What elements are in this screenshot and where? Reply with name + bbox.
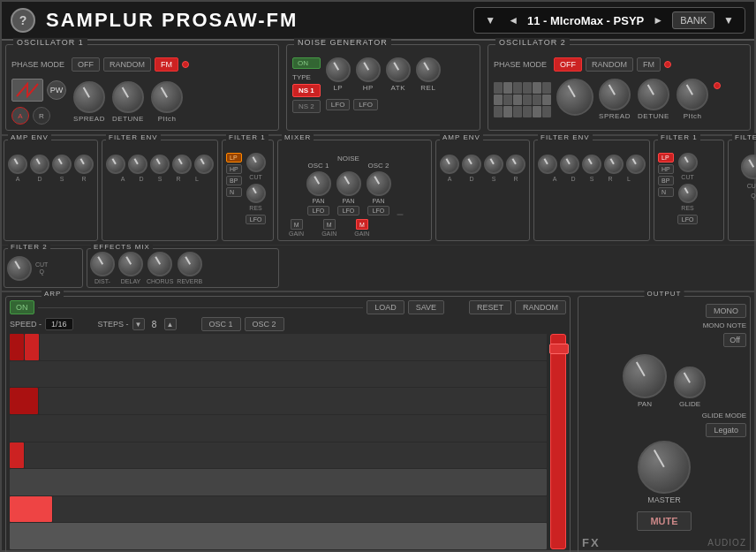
arp-osc2-btn[interactable]: OSC 2 [245, 317, 284, 331]
fenv2-r-knob[interactable] [604, 155, 624, 174]
arp-cell-4-empty[interactable] [25, 442, 547, 469]
osc1-pitch-knob[interactable] [151, 81, 183, 113]
amp2-s-knob[interactable] [484, 155, 503, 174]
fenv-r-knob[interactable] [172, 155, 192, 174]
fx-dist-knob[interactable] [90, 252, 115, 276]
mixer-osc2-m-btn[interactable]: M [356, 219, 368, 230]
osc2-fm-btn[interactable]: FM [637, 57, 661, 72]
noise-lfo1-btn[interactable]: LFO [326, 99, 351, 110]
fenv2-a-knob[interactable] [538, 155, 557, 174]
arp-random-btn[interactable]: RANDOM [515, 300, 566, 314]
amp-s-knob[interactable] [52, 155, 72, 174]
fenv-s-knob[interactable] [150, 155, 170, 174]
arp-steps-up[interactable]: ▲ [164, 318, 177, 330]
noise-ns1-btn[interactable]: NS 1 [292, 84, 321, 97]
fx-chorus-knob[interactable] [147, 252, 172, 276]
arp-on-btn[interactable]: ON [10, 300, 34, 314]
bank-button[interactable]: BANK [672, 11, 714, 29]
fx-reverb-knob[interactable] [178, 252, 202, 276]
osc2-random-btn[interactable]: RANDOM [586, 57, 633, 72]
amp-d-knob[interactable] [30, 155, 49, 174]
filter1r-bp-btn[interactable]: BP [658, 176, 674, 185]
osc2-main-knob[interactable] [556, 79, 593, 116]
fenv2-s-knob[interactable] [582, 155, 601, 174]
arp-save-btn[interactable]: SAVE [408, 300, 444, 314]
osc1-wave-display[interactable] [11, 79, 43, 102]
osc1-detune-knob[interactable] [112, 81, 144, 113]
osc2-off-btn[interactable]: OFF [554, 57, 582, 72]
osc2-pitch-knob[interactable] [677, 79, 708, 110]
osc1-a-btn[interactable]: A [11, 107, 29, 125]
arp-load-btn[interactable]: LOAD [367, 300, 404, 314]
nav-right-button[interactable]: ► [649, 12, 667, 28]
amp-r-knob[interactable] [74, 155, 94, 174]
arp-cell-2[interactable] [10, 388, 38, 414]
filter1r-hp-btn[interactable]: HP [658, 164, 674, 174]
filter1r-n-btn[interactable]: N [658, 187, 674, 197]
legato-button[interactable]: Legato [706, 423, 746, 437]
fx-delay-knob[interactable] [118, 252, 143, 276]
arp-osc1-btn[interactable]: OSC 1 [201, 317, 241, 331]
filter1-lfo-btn[interactable]: LFO [246, 215, 267, 224]
osc1-fm-btn[interactable]: FM [155, 57, 178, 72]
mute-button[interactable]: MUTE [637, 511, 691, 531]
noise-lp-knob[interactable] [326, 57, 351, 82]
arp-cell-0-1[interactable] [25, 334, 39, 360]
osc1-random-btn[interactable]: RANDOM [103, 57, 151, 72]
filter2-cut-knob[interactable] [7, 256, 32, 281]
arp-cell-7[interactable] [10, 523, 547, 549]
mixer-noise-lfo-btn[interactable]: LFO [337, 206, 360, 216]
osc1-off-btn[interactable]: OFF [72, 57, 100, 72]
noise-rel-knob[interactable] [416, 57, 441, 82]
noise-lfo2-btn[interactable]: LFO [353, 99, 378, 110]
filter1-bp-btn[interactable]: BP [226, 176, 242, 185]
filter1r-res-knob[interactable] [678, 184, 698, 203]
noise-atk-knob[interactable] [386, 57, 411, 82]
pan-knob[interactable] [623, 354, 667, 398]
mixer-osc2-lfo-btn[interactable]: LFO [367, 206, 390, 216]
amp2-r-knob[interactable] [506, 155, 525, 174]
mixer-osc1-lfo-btn[interactable]: LFO [307, 206, 330, 216]
amp2-a-knob[interactable] [440, 155, 459, 174]
mixer-osc1-knob[interactable] [306, 171, 331, 196]
osc1-spread-knob[interactable] [73, 81, 105, 113]
mono-button[interactable]: MONO [706, 304, 746, 318]
filter1-lp-btn[interactable]: LP [226, 153, 242, 163]
arp-cell-0-0[interactable] [10, 334, 24, 360]
fenv2-l-knob[interactable] [626, 155, 646, 174]
fenv-a-knob[interactable] [106, 155, 125, 174]
arp-cell-5[interactable] [10, 469, 547, 495]
arp-reset-btn[interactable]: RESET [469, 300, 511, 314]
filter1-res-knob[interactable] [246, 184, 266, 203]
nav-left-left-button[interactable]: ▼ [481, 12, 499, 28]
filter1-cut-knob[interactable] [246, 153, 266, 172]
help-button[interactable]: ? [11, 8, 35, 33]
arp-cell-0-empty[interactable] [40, 334, 547, 360]
osc2-spread-knob[interactable] [599, 79, 631, 110]
glide-knob[interactable] [674, 367, 706, 398]
osc1-r-btn[interactable]: R [33, 107, 50, 125]
fenv-l-knob[interactable] [194, 155, 214, 174]
nav-left-button[interactable]: ◄ [504, 12, 522, 28]
arp-slider[interactable] [550, 334, 566, 549]
amp2-d-knob[interactable] [462, 155, 481, 174]
mixer-noise-knob[interactable] [336, 171, 361, 196]
mixer-osc1-m-btn[interactable]: M [291, 219, 303, 230]
fenv-d-knob[interactable] [128, 155, 147, 174]
arp-cell-3[interactable] [10, 415, 547, 442]
arp-cell-1[interactable] [10, 361, 547, 388]
noise-hp-knob[interactable] [356, 57, 381, 82]
arp-speed-val[interactable]: 1/16 [45, 318, 73, 330]
filter1r-lfo-btn[interactable]: LFO [677, 215, 699, 224]
arp-cell-6[interactable] [10, 496, 52, 523]
filter1-hp-btn[interactable]: HP [226, 164, 242, 174]
nav-right-right-button[interactable]: ▼ [720, 12, 737, 28]
arp-cell-4[interactable] [10, 442, 24, 469]
filter1r-cut-knob[interactable] [678, 153, 698, 172]
osc1-pw-btn[interactable]: PW [47, 80, 66, 100]
amp-a-knob[interactable] [8, 155, 27, 174]
noise-ns2-btn[interactable]: NS 2 [292, 100, 321, 113]
arp-cell-6-empty[interactable] [53, 496, 547, 523]
fenv2-d-knob[interactable] [560, 155, 579, 174]
arp-steps-down[interactable]: ▼ [132, 318, 145, 330]
